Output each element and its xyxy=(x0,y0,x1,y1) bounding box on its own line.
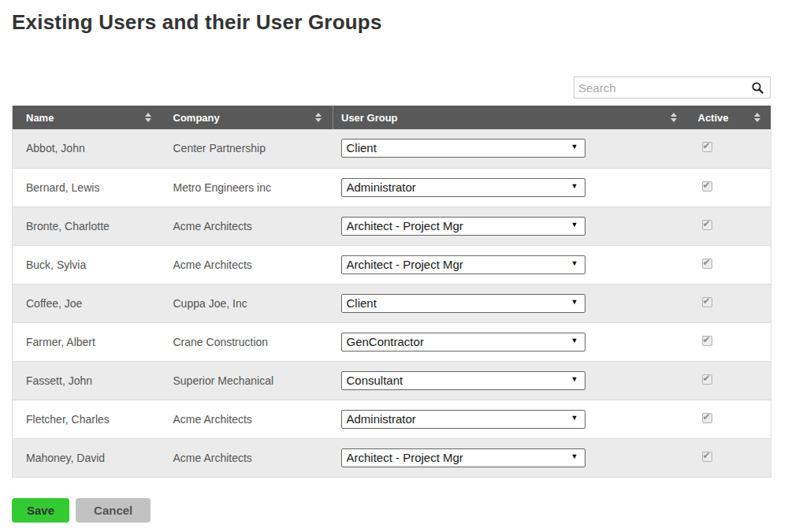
active-cell xyxy=(686,438,771,477)
button-row: Save Cancel xyxy=(12,498,771,523)
column-header-company[interactable]: Company xyxy=(162,106,333,129)
user-group-cell: Administrator ▼ xyxy=(333,400,686,438)
user-group-cell: Client ▼ xyxy=(333,284,686,322)
company-cell: Cuppa Joe, Inc xyxy=(162,284,333,322)
user-name-cell: Bronte, Charlotte xyxy=(13,206,162,245)
user-group-select[interactable]: Architect - Project Mgr xyxy=(341,448,585,467)
user-group-cell: Architect - Project Mgr ▼ xyxy=(333,245,686,284)
column-header-active[interactable]: Active xyxy=(686,106,771,129)
active-checkbox xyxy=(702,181,712,192)
active-checkbox xyxy=(702,374,712,385)
active-cell xyxy=(686,245,771,284)
table-body: Abbot, John Center Partnership Client ▼ xyxy=(13,129,771,477)
column-label: User Group xyxy=(341,112,398,124)
active-checkbox xyxy=(702,259,712,269)
company-cell: Acme Architects xyxy=(162,438,333,477)
active-cell xyxy=(686,361,771,400)
company-cell: Crane Construction xyxy=(162,322,333,361)
sort-icon xyxy=(754,113,760,122)
company-cell: Acme Architects xyxy=(162,400,333,438)
table-row: Bronte, Charlotte Acme Architects Archit… xyxy=(13,206,771,245)
user-group-cell: Architect - Project Mgr ▼ xyxy=(333,206,686,245)
active-cell xyxy=(686,168,771,206)
active-cell xyxy=(686,284,771,322)
user-name-cell: Fassett, John xyxy=(13,361,162,400)
user-name-cell: Buck, Sylvia xyxy=(13,245,162,284)
user-group-select[interactable]: Administrator xyxy=(341,178,585,197)
users-table: Name Company User Group xyxy=(12,106,771,478)
table-row: Farmer, Albert Crane Construction GenCon… xyxy=(13,322,771,361)
user-name-cell: Abbot, John xyxy=(13,129,162,168)
table-row: Bernard, Lewis Metro Engineers inc Admin… xyxy=(13,168,771,206)
user-group-select[interactable]: Architect - Project Mgr xyxy=(341,255,585,274)
active-cell xyxy=(686,129,771,168)
search-box xyxy=(574,76,771,99)
save-button[interactable]: Save xyxy=(12,498,69,523)
user-group-cell: Architect - Project Mgr ▼ xyxy=(333,438,686,477)
user-group-cell: Client ▼ xyxy=(333,129,686,168)
user-group-cell: Administrator ▼ xyxy=(333,168,686,206)
active-checkbox xyxy=(702,413,712,423)
column-label: Company xyxy=(173,112,220,124)
active-checkbox xyxy=(702,452,712,462)
company-cell: Center Partnership xyxy=(162,129,333,168)
active-cell xyxy=(686,206,771,245)
table-row: Abbot, John Center Partnership Client ▼ xyxy=(13,129,771,168)
company-cell: Metro Engineers inc xyxy=(162,168,333,206)
user-name-cell: Farmer, Albert xyxy=(13,322,162,361)
active-checkbox xyxy=(702,220,712,230)
table-row: Fletcher, Charles Acme Architects Admini… xyxy=(13,400,771,438)
active-checkbox xyxy=(702,297,712,307)
table-row: Buck, Sylvia Acme Architects Architect -… xyxy=(13,245,771,284)
search-input[interactable] xyxy=(574,76,771,99)
user-group-select[interactable]: Client xyxy=(341,139,585,158)
user-name-cell: Bernard, Lewis xyxy=(13,168,162,206)
user-name-cell: Mahoney, David xyxy=(13,438,162,477)
table-row: Mahoney, David Acme Architects Architect… xyxy=(13,438,771,477)
user-group-select[interactable]: Architect - Project Mgr xyxy=(341,217,585,236)
user-group-cell: GenContractor ▼ xyxy=(333,322,686,361)
company-cell: Acme Architects xyxy=(162,206,333,245)
page-content: Existing Users and their User Groups Nam… xyxy=(0,0,788,523)
column-label: Active xyxy=(698,112,729,124)
active-checkbox xyxy=(702,336,712,346)
user-group-select[interactable]: Client xyxy=(341,294,585,313)
user-name-cell: Fletcher, Charles xyxy=(13,400,162,438)
sort-icon xyxy=(315,113,322,122)
page-title: Existing Users and their User Groups xyxy=(12,10,771,35)
active-cell xyxy=(686,400,771,438)
user-group-cell: Consultant ▼ xyxy=(333,361,686,400)
user-group-select[interactable]: Consultant xyxy=(341,371,585,390)
company-cell: Superior Mechanical xyxy=(162,361,333,400)
search-row xyxy=(12,76,771,99)
column-label: Name xyxy=(26,112,54,124)
company-cell: Acme Architects xyxy=(162,245,333,284)
sort-icon xyxy=(145,113,151,122)
sort-icon xyxy=(671,113,677,122)
cancel-button[interactable]: Cancel xyxy=(76,498,151,523)
user-name-cell: Coffee, Joe xyxy=(13,284,162,322)
search-icon xyxy=(751,81,764,95)
active-cell xyxy=(686,322,771,361)
user-group-select[interactable]: GenContractor xyxy=(341,333,585,352)
active-checkbox xyxy=(702,142,712,152)
user-group-select[interactable]: Administrator xyxy=(341,410,585,429)
table-header: Name Company User Group xyxy=(13,106,771,129)
table-row: Coffee, Joe Cuppa Joe, Inc Client ▼ xyxy=(13,284,771,322)
column-header-user-group[interactable]: User Group xyxy=(333,106,686,129)
column-header-name[interactable]: Name xyxy=(13,106,162,129)
table-row: Fassett, John Superior Mechanical Consul… xyxy=(13,361,771,400)
